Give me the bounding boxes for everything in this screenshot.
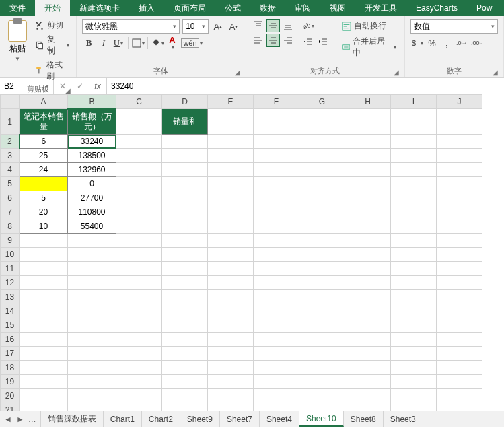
cell-J14[interactable] bbox=[437, 304, 482, 318]
sheet-tab-Sheet4[interactable]: Sheet4 bbox=[260, 411, 299, 427]
decrease-decimal-button[interactable]: .00→.0 bbox=[470, 36, 483, 50]
cell-H12[interactable] bbox=[345, 276, 391, 290]
row-header-2[interactable]: 2 bbox=[1, 135, 20, 149]
cell-H20[interactable] bbox=[345, 389, 391, 403]
cell-B14[interactable] bbox=[68, 304, 116, 318]
row-header-20[interactable]: 20 bbox=[1, 389, 20, 403]
cell-A4[interactable]: 24 bbox=[20, 163, 68, 177]
cell-C3[interactable] bbox=[116, 149, 162, 163]
cell-G12[interactable] bbox=[299, 276, 345, 290]
insert-function-button[interactable]: fx bbox=[89, 78, 106, 94]
ribbon-tab-新建选项卡[interactable]: 新建选项卡 bbox=[70, 0, 129, 16]
cell-A5[interactable] bbox=[20, 177, 68, 191]
cell-H7[interactable] bbox=[345, 205, 391, 219]
cell-I16[interactable] bbox=[391, 333, 437, 347]
ribbon-tab-Pow[interactable]: Pow bbox=[467, 0, 501, 16]
sheet-tab-Sheet9[interactable]: Sheet9 bbox=[180, 411, 220, 427]
cell-C8[interactable] bbox=[116, 219, 162, 234]
cell-E5[interactable] bbox=[208, 177, 254, 191]
cell-F15[interactable] bbox=[254, 318, 299, 333]
cell-C13[interactable] bbox=[116, 290, 162, 304]
cell-D11[interactable] bbox=[162, 262, 208, 276]
cell-A17[interactable] bbox=[20, 347, 68, 361]
col-header-E[interactable]: E bbox=[208, 95, 254, 109]
cell-E3[interactable] bbox=[208, 149, 254, 163]
accept-formula-button[interactable]: ✓ bbox=[71, 78, 89, 94]
cell-G8[interactable] bbox=[299, 219, 345, 234]
cell-D14[interactable] bbox=[162, 304, 208, 318]
cell-J2[interactable] bbox=[437, 135, 482, 149]
cell-F20[interactable] bbox=[254, 389, 299, 403]
cell-A9[interactable] bbox=[20, 234, 68, 248]
cell-H2[interactable] bbox=[345, 135, 391, 149]
cell-J8[interactable] bbox=[437, 219, 482, 234]
cell-I17[interactable] bbox=[391, 347, 437, 361]
cell-D15[interactable] bbox=[162, 318, 208, 333]
cell-H5[interactable] bbox=[345, 177, 391, 191]
row-header-19[interactable]: 19 bbox=[1, 375, 20, 389]
cell-D16[interactable] bbox=[162, 333, 208, 347]
font-size-combo[interactable]: 10▾ bbox=[182, 19, 209, 34]
cell-D20[interactable] bbox=[162, 389, 208, 403]
cell-H1[interactable] bbox=[345, 109, 391, 135]
cell-B18[interactable] bbox=[68, 361, 116, 375]
format-painter-button[interactable]: 格式刷 bbox=[34, 59, 71, 83]
cell-C15[interactable] bbox=[116, 318, 162, 333]
cell-G10[interactable] bbox=[299, 248, 345, 262]
cell-C7[interactable] bbox=[116, 205, 162, 219]
orientation-button[interactable]: ab bbox=[301, 19, 315, 32]
cell-F1[interactable] bbox=[254, 109, 299, 135]
cell-J20[interactable] bbox=[437, 389, 482, 403]
sheet-tab-Sheet10[interactable]: Sheet10 bbox=[299, 411, 344, 427]
cell-E10[interactable] bbox=[208, 248, 254, 262]
cell-H15[interactable] bbox=[345, 318, 391, 333]
cell-G6[interactable] bbox=[299, 191, 345, 205]
cell-F19[interactable] bbox=[254, 375, 299, 389]
cell-E11[interactable] bbox=[208, 262, 254, 276]
align-left-button[interactable] bbox=[252, 34, 265, 47]
cell-I1[interactable] bbox=[391, 109, 437, 135]
cell-E14[interactable] bbox=[208, 304, 254, 318]
cell-G13[interactable] bbox=[299, 290, 345, 304]
cell-G18[interactable] bbox=[299, 361, 345, 375]
cell-F5[interactable] bbox=[254, 177, 299, 191]
cell-G5[interactable] bbox=[299, 177, 345, 191]
cell-A19[interactable] bbox=[20, 375, 68, 389]
row-header-17[interactable]: 17 bbox=[1, 347, 20, 361]
cell-J9[interactable] bbox=[437, 234, 482, 248]
cell-D19[interactable] bbox=[162, 375, 208, 389]
cell-B8[interactable]: 55400 bbox=[68, 219, 116, 234]
cell-G19[interactable] bbox=[299, 375, 345, 389]
cell-I6[interactable] bbox=[391, 191, 437, 205]
cell-I18[interactable] bbox=[391, 361, 437, 375]
font-launcher[interactable]: ◢ bbox=[235, 69, 240, 76]
cell-C2[interactable] bbox=[116, 135, 162, 149]
cell-F9[interactable] bbox=[254, 234, 299, 248]
phonetic-button[interactable]: wén bbox=[185, 36, 199, 50]
cell-C21[interactable] bbox=[116, 403, 162, 411]
cell-C14[interactable] bbox=[116, 304, 162, 318]
cell-H10[interactable] bbox=[345, 248, 391, 262]
row-header-8[interactable]: 8 bbox=[1, 219, 20, 234]
cell-D1[interactable]: 销量和 bbox=[162, 109, 208, 135]
cell-G14[interactable] bbox=[299, 304, 345, 318]
cell-C11[interactable] bbox=[116, 262, 162, 276]
number-launcher[interactable]: ◢ bbox=[493, 69, 498, 76]
cell-I12[interactable] bbox=[391, 276, 437, 290]
cell-B19[interactable] bbox=[68, 375, 116, 389]
increase-decimal-button[interactable]: .0→.00 bbox=[455, 36, 468, 50]
cell-J10[interactable] bbox=[437, 248, 482, 262]
cell-G15[interactable] bbox=[299, 318, 345, 333]
cell-A11[interactable] bbox=[20, 262, 68, 276]
cell-H8[interactable] bbox=[345, 219, 391, 234]
cell-J3[interactable] bbox=[437, 149, 482, 163]
cell-A21[interactable] bbox=[20, 403, 68, 411]
formula-input[interactable]: 33240 bbox=[107, 78, 504, 94]
merge-center-button[interactable]: 合并后居中▾ bbox=[339, 34, 399, 60]
increase-indent-button[interactable] bbox=[316, 35, 330, 48]
cell-H17[interactable] bbox=[345, 347, 391, 361]
cell-B9[interactable] bbox=[68, 234, 116, 248]
cell-F17[interactable] bbox=[254, 347, 299, 361]
cell-E18[interactable] bbox=[208, 361, 254, 375]
row-header-13[interactable]: 13 bbox=[1, 290, 20, 304]
